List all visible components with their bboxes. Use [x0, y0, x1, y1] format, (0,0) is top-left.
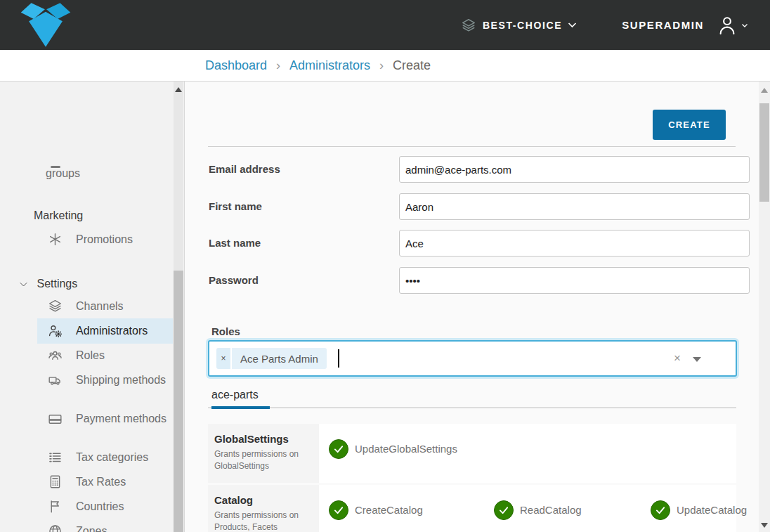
scrollbar-thumb[interactable] — [174, 271, 183, 532]
sidebar-section-marketing: Marketing — [34, 209, 83, 222]
create-button[interactable]: CREATE — [653, 110, 726, 140]
form-row-password: Password — [208, 267, 726, 294]
first-name-field[interactable] — [399, 193, 750, 220]
sidebar-item-shipping-methods[interactable]: Shipping methods — [0, 372, 185, 406]
select-dropdown-icon[interactable] — [693, 357, 701, 362]
chevron-down-icon — [740, 21, 749, 30]
breadcrumb-current: Create — [393, 58, 431, 73]
permissions-grid: GlobalSettings Grants permissions on Glo… — [208, 424, 736, 532]
channel-switcher[interactable]: BEST-CHOICE — [461, 18, 578, 33]
chevron-down-icon — [18, 279, 29, 290]
roles-label: Roles — [211, 325, 240, 337]
toggle-on-icon[interactable] — [494, 500, 514, 520]
scroll-up-icon[interactable] — [175, 87, 182, 92]
breadcrumb-administrators[interactable]: Administrators — [289, 58, 370, 73]
sidebar-item-label: Tax categories — [46, 449, 174, 466]
sidebar-section-label: Settings — [37, 278, 77, 290]
channel-tabs: ace-parts — [208, 389, 736, 408]
top-bar: BEST-CHOICE SUPERADMIN — [0, 0, 770, 50]
password-field[interactable] — [399, 267, 750, 294]
permission-group: Catalog Grants permissions on Products, … — [208, 485, 319, 532]
sidebar-item-payment-methods[interactable]: Payment methods — [0, 410, 185, 444]
sidebar-item-label: Channels — [46, 298, 174, 315]
sidebar-item-label: Countries — [46, 498, 174, 515]
chevron-down-icon — [566, 19, 578, 31]
sidebar-item-roles[interactable]: Roles — [0, 347, 185, 364]
form-row-email: Email address — [208, 156, 726, 183]
sidebar-item-label: Tax Rates — [46, 474, 174, 491]
roles-select[interactable]: × Ace Parts Admin × — [208, 340, 737, 377]
scrollbar-thumb[interactable] — [759, 103, 769, 202]
sidebar-item-channels[interactable]: Channels — [0, 298, 185, 315]
sidebar-item-promotions[interactable]: Promotions — [0, 231, 185, 248]
permission-group-title: GlobalSettings — [214, 433, 312, 445]
chip-remove-icon[interactable]: × — [216, 348, 232, 369]
breadcrumb-separator: › — [379, 58, 384, 73]
password-label: Password — [209, 274, 259, 286]
permission-name: UpdateGlobalSettings — [355, 439, 457, 459]
user-menu[interactable]: SUPERADMIN — [622, 15, 749, 36]
header-divider — [208, 146, 736, 147]
toggle-on-icon[interactable] — [329, 500, 348, 520]
channel-name: BEST-CHOICE — [483, 20, 562, 31]
permission-item: ReadCatalog — [494, 500, 651, 532]
role-chip: × Ace Parts Admin — [216, 348, 327, 369]
sidebar-item-zones[interactable]: Zones — [0, 523, 185, 532]
last-name-field[interactable] — [399, 230, 750, 257]
permission-name: CreateCatalog — [355, 500, 423, 520]
breadcrumb-separator: › — [276, 58, 280, 73]
permission-name: UpdateCatalog — [677, 500, 747, 520]
sidebar-item-label: Roles — [46, 347, 174, 364]
sidebar-section-settings[interactable]: Settings — [18, 278, 77, 290]
sidebar-item-label: Payment methods — [46, 410, 174, 427]
permission-item: CreateCatalog — [329, 500, 494, 532]
permission-group-description: Grants permissions on Products, Facets — [214, 510, 312, 532]
permission-group: GlobalSettings Grants permissions on Glo… — [208, 424, 319, 483]
scroll-up-icon[interactable] — [761, 88, 768, 93]
chip-label: Ace Parts Admin — [232, 348, 327, 369]
permission-item: UpdateCatalog — [651, 500, 747, 532]
email-label: Email address — [209, 163, 280, 175]
permission-toggles: UpdateGlobalSettings — [319, 424, 736, 483]
sidebar-item-label: Shipping methods — [46, 372, 174, 389]
select-clear-icon[interactable]: × — [674, 351, 681, 365]
sidebar-item-label: Promotions — [46, 231, 174, 248]
username: SUPERADMIN — [622, 19, 704, 31]
toggle-on-icon[interactable] — [329, 439, 348, 459]
tab-ace-parts[interactable]: ace-parts — [211, 389, 270, 409]
sidebar-item-administrators[interactable]: Administrators — [0, 323, 185, 339]
main-content: CREATE Email address First name Last nam… — [185, 82, 759, 532]
layers-icon — [461, 18, 476, 33]
sidebar-item-label: Zones — [46, 523, 174, 532]
form-row-first-name: First name — [208, 193, 726, 220]
permission-item: UpdateGlobalSettings — [329, 439, 494, 483]
last-name-label: Last name — [209, 237, 261, 249]
sidebar-nav: groups Marketing Promotions Settings Cha… — [0, 82, 185, 532]
sidebar-item-countries[interactable]: Countries — [0, 498, 185, 515]
sidebar-item-tax-categories[interactable]: Tax categories — [0, 449, 185, 466]
topbar-right-cluster: BEST-CHOICE SUPERADMIN — [461, 0, 749, 50]
sidebar-item-tax-rates[interactable]: Tax Rates — [0, 474, 185, 491]
first-name-label: First name — [209, 200, 262, 212]
user-icon — [717, 15, 738, 36]
main-scrollbar[interactable] — [759, 82, 770, 532]
permission-row-catalog: Catalog Grants permissions on Products, … — [208, 485, 736, 532]
text-caret — [338, 349, 339, 368]
permission-group-title: Catalog — [214, 494, 312, 506]
permission-name: ReadCatalog — [520, 500, 582, 520]
breadcrumb-dashboard[interactable]: Dashboard — [205, 58, 267, 73]
breadcrumb: Dashboard › Administrators › Create — [0, 50, 770, 82]
permission-group-description: Grants permissions on GlobalSettings — [214, 448, 312, 473]
sidebar-item-label: Administrators — [46, 323, 174, 339]
email-field[interactable] — [399, 156, 750, 183]
scroll-down-icon[interactable] — [761, 523, 768, 528]
permission-toggles: CreateCatalog ReadCatalog UpdateCatalog — [319, 485, 747, 532]
sidebar-item-label: groups — [46, 167, 80, 180]
sidebar-scrollbar[interactable] — [174, 82, 183, 532]
toggle-on-icon[interactable] — [651, 500, 670, 520]
form-row-last-name: Last name — [208, 230, 726, 257]
vendure-logo-icon — [19, 2, 72, 48]
permission-row-globalsettings: GlobalSettings Grants permissions on Glo… — [208, 424, 736, 483]
